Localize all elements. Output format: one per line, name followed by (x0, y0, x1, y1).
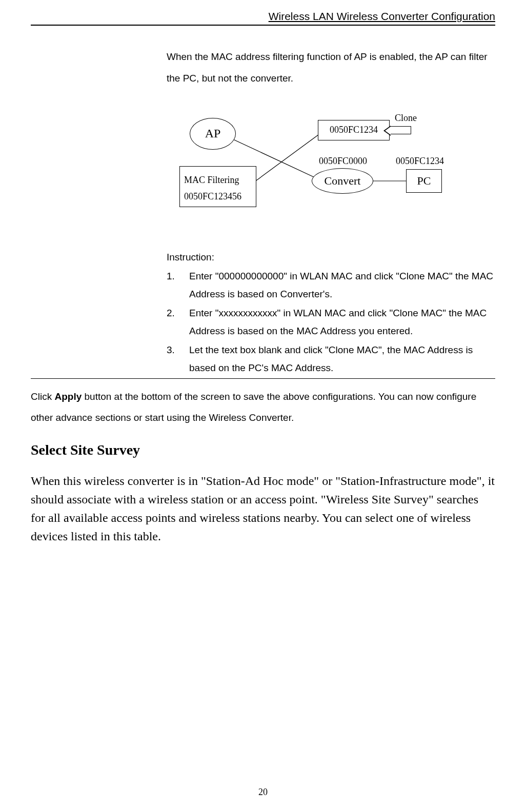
apply-suffix: button at the bottom of the screen to sa… (31, 391, 476, 423)
instruction-item: 3.Let the text box blank and click "Clon… (167, 341, 495, 377)
header-divider (31, 25, 495, 26)
mac-clone-diagram: AP MAC Filtering 0050FC123456 0050FC1234… (179, 115, 487, 233)
list-number: 1. (167, 267, 175, 285)
clone-value-box: 0050FC1234 (318, 120, 390, 140)
mac-filtering-value: 0050FC123456 (184, 188, 252, 205)
ap-node: AP (190, 118, 236, 150)
section-heading: Select Site Survey (31, 442, 495, 458)
instruction-block: Instruction: 1.Enter "000000000000" in W… (167, 248, 495, 377)
list-number: 2. (167, 304, 175, 322)
clone-arrow-icon (391, 126, 411, 134)
pc-node: PC (406, 169, 442, 193)
page-number: 20 (0, 787, 526, 798)
instruction-text: Enter "000000000000" in WLAN MAC and cli… (189, 271, 493, 299)
survey-paragraph: When this wireless converter is in "Stat… (31, 472, 495, 545)
instruction-text: Enter "xxxxxxxxxxxx" in WLAN MAC and cli… (189, 308, 487, 336)
section-divider (31, 378, 495, 379)
converter-node: Convert (312, 168, 373, 194)
instruction-item: 1.Enter "000000000000" in WLAN MAC and c… (167, 267, 495, 303)
instruction-item: 2.Enter "xxxxxxxxxxxx" in WLAN MAC and c… (167, 304, 495, 340)
apply-prefix: Click (31, 391, 54, 402)
svg-line-1 (256, 133, 320, 180)
instruction-text: Let the text box blank and click "Clone … (189, 344, 473, 373)
intro-paragraph: When the MAC address filtering function … (167, 46, 495, 89)
instruction-list: 1.Enter "000000000000" in WLAN MAC and c… (167, 267, 495, 377)
apply-bold: Apply (54, 391, 82, 402)
instruction-title: Instruction: (167, 248, 495, 266)
apply-paragraph: Click Apply button at the bottom of the … (31, 386, 495, 429)
mac-filtering-box: MAC Filtering 0050FC123456 (179, 166, 256, 207)
list-number: 3. (167, 341, 175, 359)
mac-filtering-label: MAC Filtering (184, 172, 252, 188)
page-header-title: Wireless LAN Wireless Converter Configur… (31, 10, 495, 23)
